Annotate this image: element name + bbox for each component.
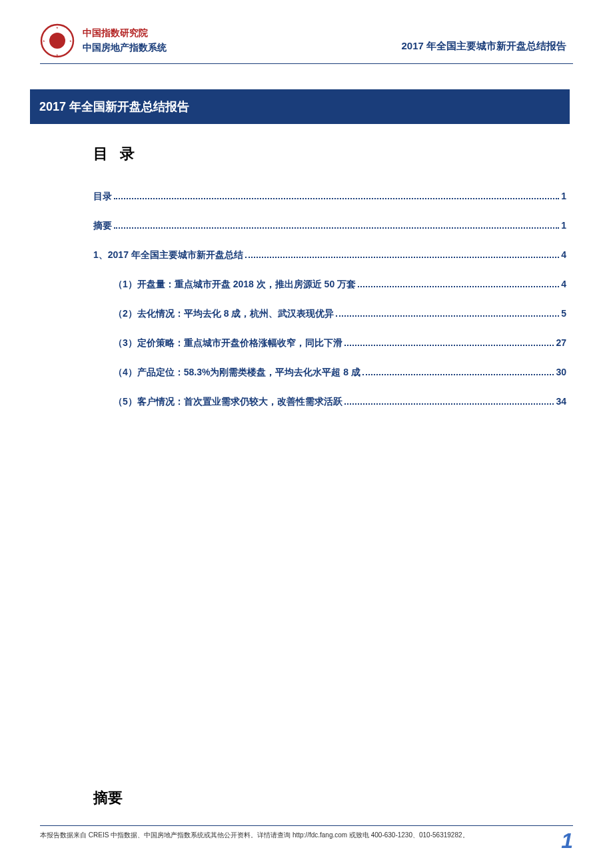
toc-list: 目录1摘要11、2017 年全国主要城市新开盘总结4（1）开盘量：重点城市开盘 … xyxy=(93,191,566,408)
toc-page: 4 xyxy=(561,249,566,260)
toc-page: 30 xyxy=(556,367,566,377)
toc-entry: （2）去化情况：平均去化 8 成，杭州、武汉表现优异5 xyxy=(93,308,566,320)
org-info: 中国指数研究院 中国房地产指数系统 xyxy=(83,27,167,54)
toc-label: （2）去化情况：平均去化 8 成，杭州、武汉表现优异 xyxy=(113,308,334,320)
toc-dots xyxy=(344,345,554,346)
toc-label: （5）客户情况：首次置业需求仍较大，改善性需求活跃 xyxy=(113,396,342,408)
header-doc-title: 2017 年全国主要城市新开盘总结报告 xyxy=(401,40,566,53)
toc-page: 34 xyxy=(556,396,566,407)
toc-entry: （1）开盘量：重点城市开盘 2018 次，推出房源近 50 万套4 xyxy=(93,279,566,291)
title-bar: 2017 年全国新开盘总结报告 xyxy=(30,89,570,124)
toc-entry: 1、2017 年全国主要城市新开盘总结4 xyxy=(93,249,566,261)
svg-text:★: ★ xyxy=(56,53,59,57)
toc-label: 1、2017 年全国主要城市新开盘总结 xyxy=(93,249,243,261)
page-footer: 本报告数据来自 CREIS 中指数据、中国房地产指数系统或其他公开资料。详情请查… xyxy=(0,825,613,851)
toc-entry: （3）定价策略：重点城市开盘价格涨幅收窄，同比下滑27 xyxy=(93,337,566,349)
toc-dots xyxy=(362,374,554,375)
svg-text:★: ★ xyxy=(69,39,72,43)
toc-page: 27 xyxy=(556,337,566,348)
content-area: 目 录 目录1摘要11、2017 年全国主要城市新开盘总结4（1）开盘量：重点城… xyxy=(0,144,613,408)
abstract-heading: 摘要 xyxy=(93,788,123,808)
toc-page: 5 xyxy=(561,308,566,319)
svg-text:★: ★ xyxy=(56,26,59,29)
toc-dots xyxy=(336,315,559,317)
toc-label: （3）定价策略：重点城市开盘价格涨幅收窄，同比下滑 xyxy=(113,337,342,349)
org-name-1: 中国指数研究院 xyxy=(83,27,167,39)
footer-text: 本报告数据来自 CREIS 中指数据、中国房地产指数系统或其他公开资料。详情请查… xyxy=(40,830,548,840)
svg-text:★: ★ xyxy=(43,39,45,43)
toc-page: 1 xyxy=(561,220,566,231)
logo-icon: ★ ★ ★ ★ xyxy=(40,23,75,58)
toc-page: 1 xyxy=(561,191,566,201)
org-name-2: 中国房地产指数系统 xyxy=(83,42,167,54)
toc-dots xyxy=(114,198,559,199)
toc-page: 4 xyxy=(561,279,566,289)
header-rule xyxy=(40,63,573,64)
toc-dots xyxy=(245,257,559,258)
toc-label: （4）产品定位：58.3%为刚需类楼盘，平均去化水平超 8 成 xyxy=(113,367,360,379)
toc-entry: 目录1 xyxy=(93,191,566,203)
toc-label: （1）开盘量：重点城市开盘 2018 次，推出房源近 50 万套 xyxy=(113,279,356,291)
toc-entry: （5）客户情况：首次置业需求仍较大，改善性需求活跃34 xyxy=(93,396,566,408)
toc-entry: 摘要1 xyxy=(93,220,566,232)
toc-dots xyxy=(358,286,559,287)
page-header: ★ ★ ★ ★ 中国指数研究院 中国房地产指数系统 2017 年全国主要城市新开… xyxy=(0,0,613,63)
page-number: 1 xyxy=(561,830,573,851)
toc-label: 目录 xyxy=(93,191,112,203)
toc-dots xyxy=(114,227,559,229)
svg-point-1 xyxy=(49,33,65,49)
toc-label: 摘要 xyxy=(93,220,112,232)
footer-rule xyxy=(40,825,573,826)
toc-heading: 目 录 xyxy=(93,144,573,164)
toc-entry: （4）产品定位：58.3%为刚需类楼盘，平均去化水平超 8 成30 xyxy=(93,367,566,379)
toc-dots xyxy=(344,403,554,405)
